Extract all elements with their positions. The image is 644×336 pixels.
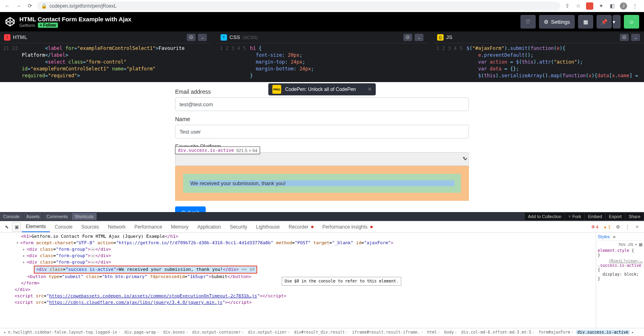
tab-console[interactable]: Console (51, 222, 76, 232)
tab-security[interactable]: Security (226, 222, 251, 232)
html-collapse-icon[interactable]: ⌄ (198, 34, 207, 41)
devtools-settings-icon[interactable]: ⚙ (613, 223, 622, 231)
tab-sources[interactable]: Sources (77, 222, 103, 232)
css-badge-icon: * (221, 34, 227, 41)
reload-button[interactable]: ⟳ (26, 2, 34, 10)
gear-icon: ⚙ (544, 19, 549, 25)
js-code-area[interactable]: 1 2 3 4 5 $("#ajaxForm").submit(function… (433, 43, 644, 82)
footer-embed[interactable]: Embed (585, 213, 605, 220)
hov-toggle[interactable]: :hov (618, 242, 625, 247)
js-badge-icon: {} (437, 34, 444, 41)
address-bar[interactable]: 🔒 codepen.io/getform/pen/jRoexL (37, 2, 560, 10)
share-icon[interactable]: ⇧ (564, 2, 571, 10)
email-input[interactable] (175, 97, 469, 111)
footer-console[interactable]: Console (0, 213, 23, 220)
element-inspect-tooltip: div.success.is-active 921.5 × 64 (175, 146, 260, 154)
computed-icon[interactable]: ▦ (639, 242, 642, 247)
tab-elements[interactable]: Elements (22, 222, 50, 232)
tab-memory[interactable]: Memory (167, 222, 192, 232)
inspect-element-icon[interactable]: ⬉ (2, 223, 11, 231)
extensions-icon[interactable]: ✦ (597, 2, 605, 10)
footer-fork[interactable]: ⑂ Fork (565, 213, 584, 220)
tab-network[interactable]: Network (104, 222, 130, 232)
js-settings-icon[interactable]: ⚙ (620, 34, 629, 41)
pin-button[interactable]: 📌 (597, 15, 612, 29)
success-message-box: We received your submission, thank you! (175, 166, 469, 201)
footer-comments[interactable]: Comments (43, 213, 71, 220)
close-icon[interactable]: × (368, 86, 372, 93)
styles-tab[interactable]: Styles (598, 234, 610, 239)
view-button[interactable]: ▦ (578, 15, 593, 29)
css-settings-icon[interactable]: ⚙ (403, 34, 412, 41)
dollar-zero-tooltip: Use $0 in the console to refer to this e… (282, 277, 401, 286)
styles-more-icon[interactable]: » (613, 234, 615, 239)
browser-toolbar: ← → ⟳ 🔒 codepen.io/getform/pen/jRoexL ⇧ … (0, 0, 644, 12)
styles-filter-input[interactable] (598, 242, 616, 247)
pin-dropdown[interactable]: ▾ (613, 15, 621, 29)
selected-dom-node[interactable]: <div class="success is-active">We receiv… (34, 266, 257, 274)
footer-share[interactable]: Share (625, 213, 644, 220)
success-message-text: We received your submission, thank you! (190, 180, 454, 186)
warning-count-badge[interactable]: 1 (601, 224, 613, 230)
tab-performance[interactable]: Performance (130, 222, 166, 232)
back-button[interactable]: ← (3, 2, 11, 10)
footer-assets[interactable]: Assets (23, 213, 43, 220)
settings-button[interactable]: ⚙Settings (539, 15, 575, 29)
js-collapse-icon[interactable]: ⌄ (631, 34, 640, 41)
submit-button[interactable]: Submit (175, 206, 206, 212)
url-text: codepen.io/getform/pen/jRoexL (50, 3, 117, 9)
love-button[interactable]: ♡ (520, 15, 536, 29)
codepen-logo[interactable] (5, 16, 15, 27)
styles-panel: Styles » :hov .cls + ▦ element.style {} … (596, 233, 644, 328)
menu-icon[interactable]: ⋮ (631, 2, 638, 10)
error-count-badge[interactable]: 4 (589, 224, 601, 230)
devtools-menu-icon[interactable]: ⋮ (623, 223, 632, 231)
pro-badge-icon: PRO (272, 85, 281, 94)
pen-author[interactable]: Getform (19, 23, 35, 28)
dom-tree[interactable]: <h1>Getform.io Contact Form HTML Ajax (J… (0, 233, 596, 328)
output-preview: Email address Name Favourite Platform di… (0, 82, 644, 212)
codepen-header: HTML Contact Form Example with Ajax Getf… (0, 12, 644, 31)
footer-shortcuts[interactable]: Shortcuts (72, 213, 97, 220)
html-pane-label: HTML (13, 34, 27, 40)
footer-add-collection[interactable]: Add to Collection (525, 213, 565, 220)
follow-button[interactable]: + Follow (38, 23, 58, 28)
tab-recorder[interactable]: Recorder (285, 222, 318, 232)
html-settings-icon[interactable]: ⚙ (187, 34, 196, 41)
tab-lighthouse[interactable]: Lighthouse (252, 222, 284, 232)
css-collapse-icon[interactable]: ⌄ (415, 34, 423, 41)
footer-export[interactable]: Export (606, 213, 625, 220)
html-editor: / HTML ⚙ ⌄ 21 22 <label for="exampleForm… (0, 31, 211, 82)
platform-select[interactable] (175, 152, 469, 166)
user-avatar-button[interactable]: ☺ (624, 15, 639, 29)
js-pane-label: JS (446, 34, 452, 40)
devtools-tabs: ⬉ ▣ Elements Console Sources Network Per… (0, 221, 644, 233)
name-input[interactable] (175, 125, 469, 138)
lock-icon: 🔒 (41, 3, 47, 9)
name-label: Name (175, 116, 469, 122)
extension-icon[interactable] (586, 2, 593, 10)
sidepanel-icon[interactable]: ◧ (609, 2, 616, 10)
breadcrumb-trail[interactable]: ◂ n.twilight.sidebar-false.layout-top.lo… (0, 328, 644, 336)
crumbs-right-icon[interactable]: ▸ (630, 330, 635, 334)
device-toggle-icon[interactable]: ▣ (12, 223, 21, 231)
codepen-footer: Console Assets Comments Shortcuts Add to… (0, 212, 644, 221)
css-editor: * CSS (SCSS) ⚙ ⌄ 1 2 3 4 5 h1 { font-siz… (217, 31, 427, 82)
bookmark-icon[interactable]: ☆ (575, 2, 582, 10)
cls-toggle[interactable]: .cls (627, 242, 633, 247)
profile-avatar[interactable]: J (620, 2, 627, 10)
devtools-close-icon[interactable]: × (633, 223, 642, 231)
promo-text[interactable]: CodePen: Unlock all of CodePen (285, 87, 356, 92)
css-pane-label: CSS (229, 34, 240, 40)
html-code-area[interactable]: 21 22 <label for="exampleFormControlSele… (0, 43, 211, 82)
tab-insights[interactable]: Performance insights (318, 222, 377, 232)
css-code-area[interactable]: 1 2 3 4 5 h1 { font-size: 20px; margin-t… (217, 43, 427, 82)
crumbs-left-icon[interactable]: ◂ (2, 330, 6, 334)
devtools-panel: ⬉ ▣ Elements Console Sources Network Per… (0, 221, 644, 336)
new-style-icon[interactable]: + (635, 242, 637, 247)
js-editor: {} JS ⚙ ⌄ 1 2 3 4 5 $("#ajaxForm").submi… (433, 31, 644, 82)
editor-panes: / HTML ⚙ ⌄ 21 22 <label for="exampleForm… (0, 31, 644, 82)
promo-banner: PRO CodePen: Unlock all of CodePen × (268, 83, 376, 95)
tab-application[interactable]: Application (193, 222, 225, 232)
forward-button[interactable]: → (14, 2, 23, 10)
